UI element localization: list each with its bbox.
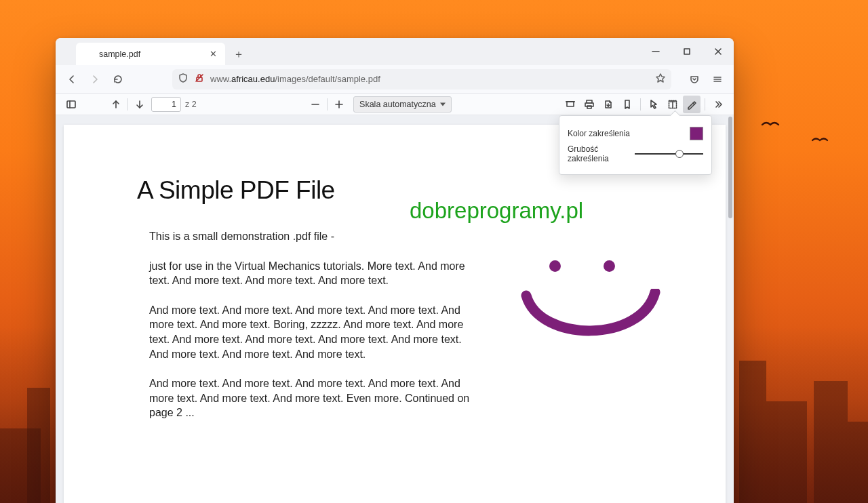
bookmark-star-icon[interactable] (655, 73, 666, 85)
new-tab-button[interactable]: ＋ (229, 45, 248, 64)
tab-title: sample.pdf (99, 49, 140, 59)
draw-options-panel: Kolor zakreślenia Grubość zakreślenia (559, 115, 712, 175)
back-button[interactable] (62, 70, 81, 89)
page-down-icon[interactable] (131, 96, 149, 113)
svg-rect-9 (684, 49, 690, 54)
draw-thickness-slider[interactable] (635, 150, 703, 158)
svg-rect-0 (0, 428, 41, 503)
doc-title: A Simple PDF File (137, 176, 671, 205)
close-tab-icon[interactable]: ✕ (208, 49, 218, 60)
pdf-page: A Simple PDF File dobreprogramy.pl This … (64, 125, 726, 503)
reload-button[interactable] (108, 70, 127, 89)
print-icon[interactable] (580, 96, 598, 113)
close-window-button[interactable] (703, 38, 734, 65)
maximize-button[interactable] (671, 38, 703, 65)
doc-paragraph: just for use in the Virtual Mechanics tu… (137, 259, 483, 288)
viewer-scrollbar[interactable] (727, 115, 734, 503)
draw-color-label: Kolor zakreślenia (568, 129, 630, 138)
watermark-text: dobreprogramy.pl (410, 198, 583, 224)
presentation-icon[interactable] (561, 96, 579, 113)
pocket-icon[interactable] (685, 70, 704, 89)
svg-rect-25 (567, 102, 574, 106)
minimize-button[interactable] (640, 38, 671, 65)
svg-marker-14 (656, 74, 665, 82)
browser-window: sample.pdf ✕ ＋ www.africau.edu/images/de… (56, 38, 734, 503)
doc-paragraph: And more text. And more text. And more t… (137, 376, 483, 420)
page-number-input[interactable] (151, 97, 181, 112)
page-count-label: z 2 (185, 100, 197, 109)
svg-rect-3 (739, 361, 766, 503)
text-tool-icon[interactable] (664, 96, 682, 113)
page-up-icon[interactable] (107, 96, 125, 113)
sidebar-toggle-icon[interactable] (62, 96, 80, 113)
draw-tool-icon[interactable] (683, 96, 701, 113)
tab-strip: sample.pdf ✕ ＋ (56, 38, 734, 65)
doc-paragraph: This is a small demonstration .pdf file … (137, 229, 483, 244)
download-icon[interactable] (599, 96, 617, 113)
svg-rect-6 (848, 422, 868, 503)
forward-button[interactable] (85, 70, 104, 89)
app-menu-icon[interactable] (708, 70, 727, 89)
svg-rect-4 (766, 401, 807, 503)
doc-paragraph: And more text. And more text. And more t… (137, 303, 483, 361)
window-controls (640, 38, 734, 65)
lock-crossed-icon[interactable] (194, 73, 205, 85)
url-box[interactable]: www.africau.edu/images/default/sample.pd… (172, 69, 671, 89)
svg-rect-18 (67, 101, 75, 108)
svg-rect-1 (27, 388, 50, 503)
cursor-tool-icon[interactable] (645, 96, 663, 113)
scrollbar-thumb[interactable] (728, 117, 732, 218)
svg-rect-5 (814, 381, 848, 503)
pdf-toolbar: z 2 Skala automatyczna (56, 94, 734, 115)
zoom-in-icon[interactable] (330, 96, 348, 113)
tab-sample-pdf[interactable]: sample.pdf ✕ (76, 43, 225, 65)
draw-thickness-label: Grubość zakreślenia (568, 144, 635, 163)
svg-rect-29 (587, 106, 591, 108)
zoom-out-icon[interactable] (307, 96, 324, 113)
zoom-select[interactable]: Skala automatyczna (353, 96, 452, 113)
more-tools-icon[interactable] (709, 96, 727, 113)
url-text: www.africau.edu/images/default/sample.pd… (210, 74, 380, 84)
draw-color-swatch[interactable] (690, 127, 703, 140)
bookmark-icon[interactable] (618, 96, 636, 113)
address-bar: www.africau.edu/images/default/sample.pd… (56, 65, 734, 94)
slider-thumb[interactable] (675, 150, 684, 158)
shield-icon[interactable] (178, 73, 189, 85)
